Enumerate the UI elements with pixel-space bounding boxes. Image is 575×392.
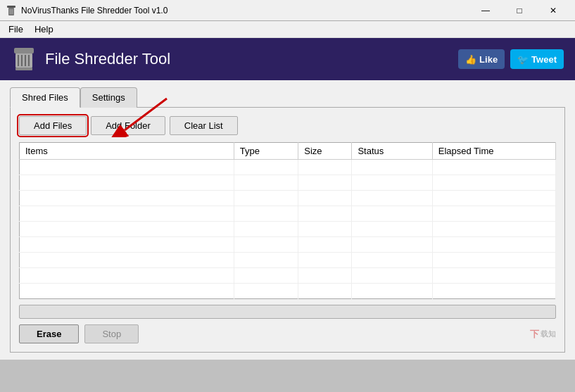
- tab-content: Add Files Add Folder Clear List Items Ty…: [10, 107, 565, 353]
- watermark: 下 载知: [530, 328, 556, 341]
- toolbar: Add Files Add Folder Clear List: [19, 116, 556, 135]
- erase-button[interactable]: Erase: [19, 324, 79, 343]
- app-title: File Shredder Tool: [45, 50, 170, 68]
- watermark-logo: 下: [530, 328, 539, 341]
- table-row: [20, 222, 556, 237]
- table-row: [20, 191, 556, 206]
- bottom-toolbar: Erase Stop 下 载知: [19, 324, 556, 343]
- table-row: [20, 284, 556, 299]
- col-elapsed: Elapsed Time: [432, 143, 555, 160]
- title-bar: NoVirusThanks File Shredder Tool v1.0 — …: [0, 0, 575, 21]
- shredder-icon: [11, 46, 37, 72]
- menu-help[interactable]: Help: [29, 23, 59, 36]
- maximize-button[interactable]: □: [503, 0, 536, 21]
- app-header: File Shredder Tool 👍 Like 🐦 Tweet: [0, 38, 575, 80]
- add-files-button[interactable]: Add Files: [19, 116, 87, 135]
- window-controls[interactable]: — □ ✕: [469, 0, 569, 21]
- tabs: Shred Files Settings: [10, 87, 565, 108]
- menu-file[interactable]: File: [3, 23, 29, 36]
- svg-rect-5: [14, 48, 34, 53]
- col-type: Type: [234, 143, 298, 160]
- watermark-text: 载知: [541, 329, 556, 339]
- progress-bar: [19, 305, 556, 319]
- menu-bar: File Help: [0, 21, 575, 38]
- clear-list-button[interactable]: Clear List: [170, 116, 238, 135]
- tweet-button[interactable]: 🐦 Tweet: [510, 49, 564, 69]
- table-row: [20, 253, 556, 268]
- social-buttons: 👍 Like 🐦 Tweet: [458, 49, 564, 69]
- svg-rect-11: [15, 68, 32, 70]
- app-header-left: File Shredder Tool: [11, 46, 170, 72]
- table-row: [20, 175, 556, 191]
- svg-rect-0: [7, 6, 15, 8]
- table-row: [20, 160, 556, 175]
- main-content: Shred Files Settings Add Files Add Folde…: [0, 80, 575, 360]
- tab-settings[interactable]: Settings: [80, 87, 137, 108]
- file-table: Items Type Size Status Elapsed Time: [19, 142, 556, 299]
- twitter-icon: 🐦: [517, 54, 529, 65]
- like-icon: 👍: [465, 54, 476, 65]
- app-icon: [6, 5, 17, 16]
- col-status: Status: [352, 143, 432, 160]
- table-row: [20, 268, 556, 284]
- table-row: [20, 206, 556, 222]
- col-size: Size: [298, 143, 352, 160]
- table-row: [20, 237, 556, 253]
- tab-shred-files[interactable]: Shred Files: [10, 87, 80, 108]
- minimize-button[interactable]: —: [469, 0, 502, 21]
- close-button[interactable]: ✕: [537, 0, 569, 21]
- like-button[interactable]: 👍 Like: [458, 49, 505, 69]
- add-folder-button[interactable]: Add Folder: [91, 116, 165, 135]
- title-bar-text: NoVirusThanks File Shredder Tool v1.0: [6, 5, 168, 16]
- col-items: Items: [20, 143, 234, 160]
- stop-button: Stop: [84, 324, 139, 343]
- bottom-left: Erase Stop: [19, 324, 139, 343]
- toolbar-container: Add Files Add Folder Clear List: [19, 116, 556, 135]
